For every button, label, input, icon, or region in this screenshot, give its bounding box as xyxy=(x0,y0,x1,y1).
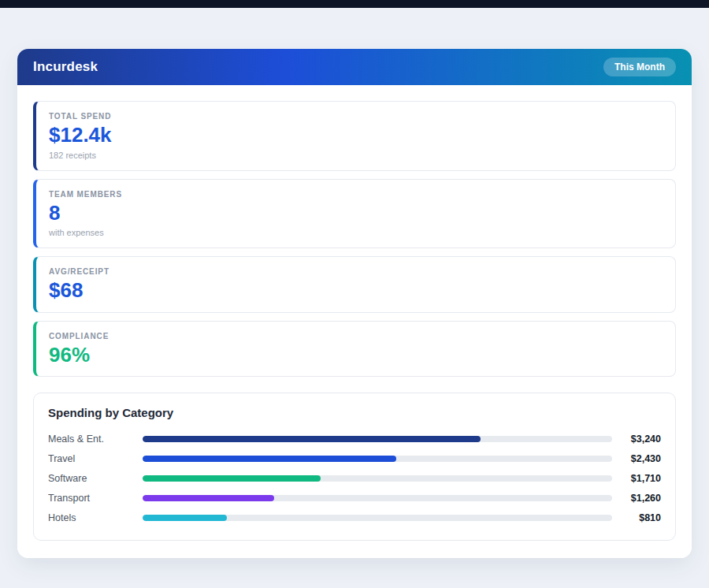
chart-row-meals: Meals & Ent. $3,240 xyxy=(48,429,661,448)
app-header: Incurdesk This Month xyxy=(17,49,692,85)
period-badge-button[interactable]: This Month xyxy=(603,58,676,76)
stat-card-team-members: TEAM MEMBERS 8 with expenses xyxy=(33,179,676,249)
chart-row-transport: Transport $1,260 xyxy=(48,488,661,508)
spending-by-category-chart: Spending by Category Meals & Ent. $3,240… xyxy=(33,393,676,541)
category-value: $1,260 xyxy=(612,493,661,504)
bar-track xyxy=(143,515,612,521)
stat-value: $68 xyxy=(49,279,663,302)
stat-label: TOTAL SPEND xyxy=(49,112,663,121)
category-label: Transport xyxy=(48,493,143,504)
stat-value: 96% xyxy=(49,344,663,367)
bar-fill xyxy=(143,475,321,482)
bar-fill xyxy=(143,456,396,462)
chart-row-hotels: Hotels $810 xyxy=(48,508,661,527)
bar-fill xyxy=(143,495,274,501)
app-title: Incurdesk xyxy=(33,59,98,75)
stat-card-compliance: COMPLIANCE 96% xyxy=(33,321,676,378)
stat-label: COMPLIANCE xyxy=(49,332,663,341)
bar-fill xyxy=(143,515,227,521)
stat-value: 8 xyxy=(49,202,663,225)
category-label: Travel xyxy=(48,453,143,464)
dashboard-card: Incurdesk This Month TOTAL SPEND $12.4k … xyxy=(17,49,692,558)
stat-label: AVG/RECEIPT xyxy=(49,267,663,276)
stat-card-total-spend: TOTAL SPEND $12.4k 182 receipts xyxy=(33,101,676,171)
bar-track xyxy=(143,436,612,442)
stat-subtext: 182 receipts xyxy=(49,151,663,160)
bar-track xyxy=(143,495,612,501)
bar-track xyxy=(143,456,612,462)
stat-value: $12.4k xyxy=(49,124,663,147)
bar-track xyxy=(143,475,612,482)
category-value: $810 xyxy=(612,512,661,523)
top-window-strip xyxy=(0,0,709,8)
chart-title: Spending by Category xyxy=(48,406,661,419)
category-value: $1,710 xyxy=(612,473,661,484)
stat-subtext: with expenses xyxy=(49,228,663,237)
category-label: Hotels xyxy=(48,512,143,523)
chart-row-travel: Travel $2,430 xyxy=(48,448,661,468)
bar-fill xyxy=(143,436,481,442)
category-value: $3,240 xyxy=(612,434,661,445)
stat-label: TEAM MEMBERS xyxy=(49,190,663,199)
stat-card-avg-receipt: AVG/RECEIPT $68 xyxy=(33,256,676,313)
category-label: Meals & Ent. xyxy=(48,434,143,445)
chart-row-software: Software $1,710 xyxy=(48,468,661,488)
category-value: $2,430 xyxy=(612,453,661,464)
category-label: Software xyxy=(48,473,143,484)
dashboard-body: TOTAL SPEND $12.4k 182 receipts TEAM MEM… xyxy=(17,85,692,558)
